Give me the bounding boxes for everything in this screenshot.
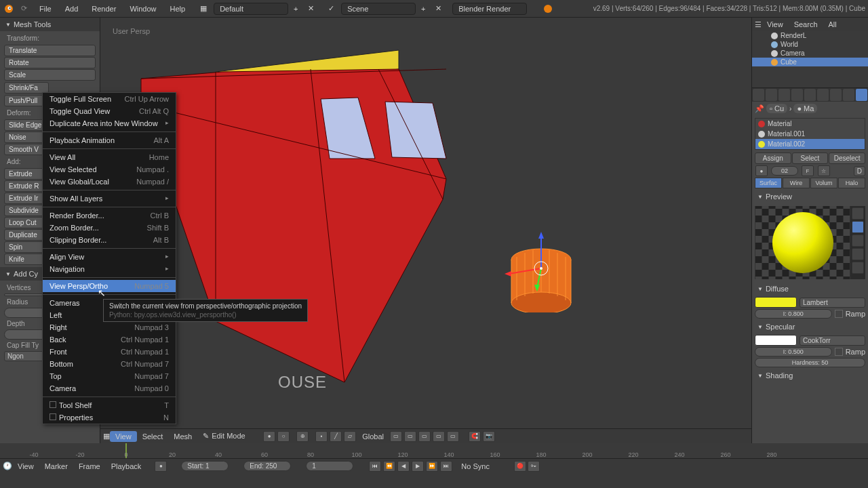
ctx-bottom[interactable]: BottomCtrl Numpad 7 bbox=[43, 358, 176, 370]
tab-world[interactable] bbox=[791, 89, 803, 101]
outliner-world[interactable]: World bbox=[752, 40, 868, 49]
tab-constraints[interactable] bbox=[817, 89, 829, 101]
outliner-view[interactable]: View bbox=[762, 19, 789, 30]
mesh-tools-header[interactable]: Mesh Tools bbox=[0, 18, 100, 31]
ctx-tool-shelf[interactable]: Tool ShelfT bbox=[43, 399, 176, 411]
volume-button[interactable]: Volum bbox=[810, 178, 837, 188]
current-frame-input[interactable]: 1 bbox=[306, 461, 353, 471]
specular-intensity[interactable]: I: 0.500 bbox=[755, 347, 832, 357]
specular-color[interactable] bbox=[755, 335, 797, 346]
record-icon[interactable]: ● bbox=[155, 461, 167, 472]
specular-model-dropdown[interactable]: CookTorr bbox=[800, 336, 865, 346]
deselect-button[interactable]: Deselect bbox=[829, 152, 865, 164]
tab-material[interactable] bbox=[856, 89, 867, 101]
editor-type-icon[interactable]: ▦ bbox=[103, 432, 110, 441]
timeline-type-icon[interactable]: 🕐 bbox=[3, 462, 12, 470]
ctx-back[interactable]: BackCtrl Numpad 1 bbox=[43, 333, 176, 346]
menu-render[interactable]: Render bbox=[85, 2, 123, 16]
specular-header[interactable]: Specular bbox=[752, 320, 868, 333]
preview-sphere-icon[interactable] bbox=[852, 221, 864, 233]
diffuse-color[interactable] bbox=[755, 297, 797, 308]
preview-monkey-icon[interactable] bbox=[852, 248, 864, 260]
material-material[interactable]: Material bbox=[755, 119, 865, 129]
ctx-toggle-quad-view[interactable]: Toggle Quad ViewCtrl Alt Q bbox=[43, 105, 176, 117]
orientation-dropdown[interactable]: Global bbox=[362, 432, 384, 441]
layer-btn[interactable]: ▭ bbox=[447, 431, 459, 442]
outliner-type-icon[interactable]: ☰ bbox=[755, 20, 762, 29]
ramp-checkbox[interactable] bbox=[835, 310, 843, 318]
ctx-right[interactable]: RightNumpad 3 bbox=[43, 321, 176, 333]
preview-header[interactable]: Preview bbox=[752, 190, 868, 203]
shade-wire-icon[interactable]: ○ bbox=[277, 431, 290, 442]
play-icon[interactable]: ▶ bbox=[412, 461, 424, 472]
shade-solid-icon[interactable]: ● bbox=[263, 431, 275, 442]
tab-render[interactable] bbox=[753, 89, 764, 101]
3d-viewport[interactable]: User Persp bbox=[100, 18, 751, 443]
select-button[interactable]: Select bbox=[792, 152, 829, 164]
mat-data-dropdown[interactable]: D bbox=[854, 166, 865, 176]
layout-dropdown[interactable]: Default bbox=[214, 3, 288, 15]
remove-layout-icon[interactable]: ✕ bbox=[304, 3, 317, 15]
mat-fake-icon[interactable]: F bbox=[802, 165, 814, 176]
translate-button[interactable]: Translate bbox=[4, 45, 96, 56]
face-select-icon[interactable]: ▱ bbox=[344, 431, 356, 442]
ctx-view-persp-ortho[interactable]: View Persp/OrthoNumpad 5 bbox=[43, 280, 176, 292]
next-key-icon[interactable]: ⏩ bbox=[426, 461, 438, 472]
outliner-all[interactable]: All bbox=[823, 19, 842, 30]
vp-menu-view[interactable]: View bbox=[110, 431, 137, 442]
tab-layers[interactable] bbox=[766, 89, 777, 101]
layer-btn[interactable]: ▭ bbox=[404, 431, 416, 442]
outliner-search[interactable]: Search bbox=[789, 19, 823, 30]
shading-header[interactable]: Shading bbox=[752, 369, 868, 382]
ctx-align-view[interactable]: Align View bbox=[43, 251, 176, 263]
ctx-top[interactable]: TopNumpad 7 bbox=[43, 370, 176, 382]
bc-material[interactable]: ● Ma bbox=[793, 104, 817, 113]
render-engine-dropdown[interactable]: Blender Render bbox=[452, 3, 527, 15]
ctx-render-border-[interactable]: Render Border...Ctrl B bbox=[43, 209, 176, 222]
mode-dropdown[interactable]: ✎Edit Mode bbox=[203, 432, 257, 441]
add-layout-icon[interactable]: + bbox=[290, 3, 302, 15]
ctx-camera[interactable]: CameraNumpad 0 bbox=[43, 382, 176, 394]
preview-hair-icon[interactable] bbox=[852, 262, 864, 274]
tl-menu-marker[interactable]: Marker bbox=[39, 461, 73, 472]
tl-menu-view[interactable]: View bbox=[12, 461, 39, 472]
bc-object[interactable]: ▫ Cu bbox=[766, 104, 787, 113]
ctx-duplicate-area-into-new-window[interactable]: Duplicate Area into New Window bbox=[43, 117, 176, 129]
render-icon[interactable]: 📷 bbox=[483, 431, 495, 442]
outliner-cube[interactable]: Cube bbox=[752, 58, 868, 66]
blender-icon[interactable] bbox=[3, 3, 15, 15]
prev-key-icon[interactable]: ⏪ bbox=[383, 461, 395, 472]
ctx-view-all[interactable]: View AllHome bbox=[43, 151, 176, 163]
material-material-002[interactable]: Material.002 bbox=[755, 139, 865, 149]
ctx-navigation[interactable]: Navigation bbox=[43, 263, 176, 275]
timeline-ruler[interactable]: -40-200204060801001201401601802002202402… bbox=[0, 443, 868, 458]
jump-start-icon[interactable]: ⏮ bbox=[369, 461, 381, 472]
edge-select-icon[interactable]: ╱ bbox=[330, 431, 342, 442]
red-mesh-object[interactable] bbox=[134, 37, 514, 416]
ctx-clipping-border-[interactable]: Clipping Border...Alt B bbox=[43, 234, 176, 246]
add-scene-icon[interactable]: + bbox=[417, 3, 429, 15]
ctx-zoom-border-[interactable]: Zoom Border...Shift B bbox=[43, 222, 176, 234]
diffuse-intensity[interactable]: I: 0.800 bbox=[755, 309, 832, 319]
menu-help[interactable]: Help bbox=[163, 2, 193, 16]
vp-menu-select[interactable]: Select bbox=[137, 431, 169, 442]
surface-button[interactable]: Surfac bbox=[755, 178, 782, 188]
tl-menu-playback[interactable]: Playback bbox=[106, 461, 147, 472]
ctx-show-all-layers[interactable]: Show All Layers bbox=[43, 192, 176, 205]
refresh-icon[interactable]: ⟳ bbox=[18, 3, 30, 15]
auto-key-icon[interactable]: 🔴 bbox=[514, 461, 526, 472]
menu-window[interactable]: Window bbox=[123, 2, 163, 16]
sync-dropdown[interactable]: No Sync bbox=[461, 462, 509, 470]
layer-btn[interactable]: ▭ bbox=[433, 431, 445, 442]
outliner-camera[interactable]: Camera bbox=[752, 49, 868, 58]
diffuse-header[interactable]: Diffuse bbox=[752, 282, 868, 296]
ctx-playback-animation[interactable]: Playback AnimationAlt A bbox=[43, 134, 176, 146]
layer-btn[interactable]: ▭ bbox=[418, 431, 431, 442]
vert-select-icon[interactable]: ▪ bbox=[315, 431, 328, 442]
tab-data[interactable] bbox=[843, 89, 854, 101]
rotate-button[interactable]: Rotate bbox=[4, 57, 96, 68]
snap-icon[interactable]: 🧲 bbox=[469, 431, 481, 442]
transform-gizmo[interactable] bbox=[500, 228, 582, 309]
outliner-renderl[interactable]: RenderL bbox=[752, 31, 868, 40]
end-frame-input[interactable]: End: 250 bbox=[243, 461, 291, 471]
